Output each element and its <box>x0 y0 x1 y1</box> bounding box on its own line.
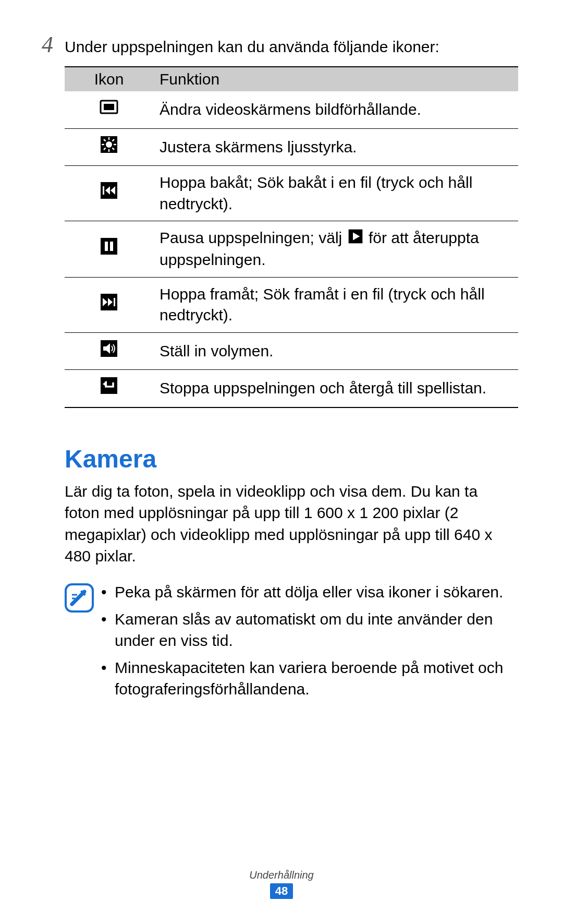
note-block: Peka på skärmen för att dölja eller visa… <box>65 581 511 705</box>
page-number-badge: 48 <box>270 883 293 899</box>
table-cell-text: Stoppa uppspelningen och återgå till spe… <box>153 370 518 407</box>
return-icon <box>100 376 118 401</box>
note-item: Minneskapaciteten kan variera beroende p… <box>101 657 511 700</box>
table-cell-text: Ställ in volymen. <box>153 332 518 370</box>
skip-back-icon <box>100 181 118 206</box>
step-number: 4 <box>42 33 65 56</box>
aspect-ratio-icon <box>100 98 118 122</box>
table-cell-text: Hoppa bakåt; Sök bakåt i en fil (tryck o… <box>153 166 518 221</box>
note-icon <box>65 583 94 615</box>
section-heading-kamera: Kamera <box>65 445 521 473</box>
page-footer: Underhållning 48 <box>0 869 563 899</box>
icon-function-table: Ikon Funktion Ändra videoskärmens bildfö… <box>65 66 518 408</box>
brightness-icon <box>100 135 118 160</box>
table-row: Ändra videoskärmens bildförhållande. <box>65 91 518 128</box>
table-cell-text: Justera skärmens ljusstyrka. <box>153 128 518 166</box>
step-text: Under uppspelningen kan du använda följa… <box>65 37 439 57</box>
table-row: Pausa uppspelningen; välj för att återup… <box>65 221 518 278</box>
table-header-function: Funktion <box>153 67 518 91</box>
skip-forward-icon <box>100 293 118 317</box>
pause-text-pre: Pausa uppspelningen; välj <box>160 229 347 246</box>
volume-icon <box>100 339 118 364</box>
table-row: Hoppa framåt; Sök framåt i en fil (tryck… <box>65 277 518 332</box>
footer-section-name: Underhållning <box>0 869 563 881</box>
table-row: Ställ in volymen. <box>65 332 518 370</box>
note-list: Peka på skärmen för att dölja eller visa… <box>101 581 511 705</box>
section-body: Lär dig ta foton, spela in videoklipp oc… <box>65 481 511 567</box>
table-row: Hoppa bakåt; Sök bakåt i en fil (tryck o… <box>65 166 518 221</box>
table-header-icon: Ikon <box>65 67 153 91</box>
table-cell-text: Hoppa framåt; Sök framåt i en fil (tryck… <box>153 277 518 332</box>
table-row: Justera skärmens ljusstyrka. <box>65 128 518 166</box>
note-item: Kameran slås av automatiskt om du inte a… <box>101 608 511 652</box>
table-cell-text: Ändra videoskärmens bildförhållande. <box>153 91 518 128</box>
table-cell-text: Pausa uppspelningen; välj för att återup… <box>153 221 518 278</box>
note-item: Peka på skärmen för att dölja eller visa… <box>101 581 511 603</box>
play-icon <box>348 229 363 250</box>
pause-icon <box>100 237 118 261</box>
table-row: Stoppa uppspelningen och återgå till spe… <box>65 370 518 407</box>
step-line: 4 Under uppspelningen kan du använda föl… <box>42 37 521 57</box>
